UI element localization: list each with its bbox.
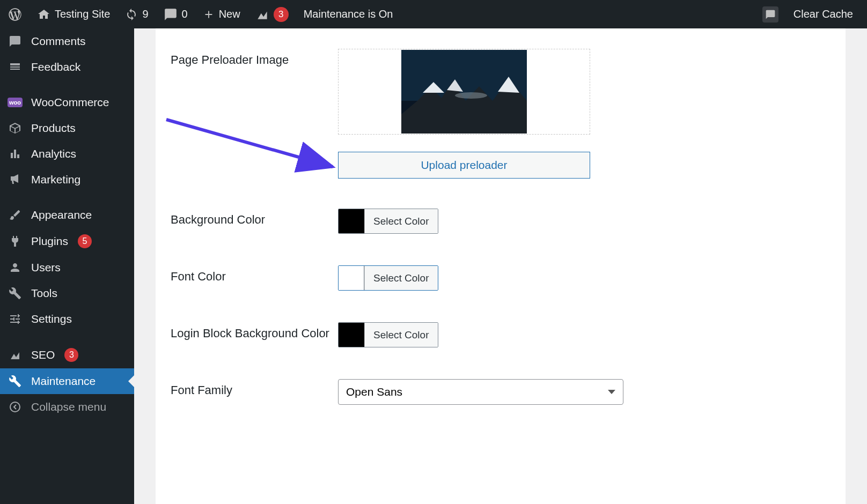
clear-cache-link[interactable]: Clear Cache bbox=[786, 0, 861, 28]
sidebar-item-label: Settings bbox=[31, 313, 72, 325]
sidebar-item-maintenance[interactable]: Maintenance bbox=[0, 368, 134, 394]
label-font-color: Font Color bbox=[171, 265, 338, 285]
maintenance-label: Maintenance is On bbox=[304, 8, 393, 20]
yoast-badge: 3 bbox=[274, 7, 289, 22]
label-login-bg-color: Login Block Background Color bbox=[171, 322, 338, 342]
login-bg-select-color-button[interactable]: Select Color bbox=[364, 323, 438, 347]
sliders-icon bbox=[9, 313, 21, 325]
plug-icon bbox=[9, 235, 21, 248]
updates-count: 9 bbox=[142, 8, 148, 20]
sidebar-item-feedback[interactable]: Feedback bbox=[0, 54, 134, 80]
comment-square-icon bbox=[765, 9, 776, 20]
mountain-image-icon bbox=[401, 50, 527, 134]
collapse-menu[interactable]: Collapse menu bbox=[0, 394, 134, 420]
chart-icon bbox=[9, 147, 21, 160]
sidebar-item-label: Comments bbox=[31, 35, 86, 48]
sidebar-item-users[interactable]: Users bbox=[0, 255, 134, 280]
sidebar-item-label: Analytics bbox=[31, 147, 76, 160]
seo-badge: 3 bbox=[64, 348, 78, 362]
settings-card: Page Preloader Image bbox=[156, 28, 846, 504]
box-icon bbox=[9, 122, 21, 135]
font-color-picker: Select Color bbox=[338, 265, 438, 291]
plus-icon bbox=[203, 9, 215, 20]
yoast-link[interactable]: 3 bbox=[248, 0, 296, 28]
sidebar-item-label: Maintenance bbox=[31, 375, 95, 388]
wp-logo[interactable] bbox=[0, 0, 30, 28]
wordpress-icon bbox=[8, 7, 23, 22]
clear-cache-label: Clear Cache bbox=[793, 8, 853, 20]
wrench-icon bbox=[9, 375, 21, 388]
form-icon bbox=[9, 61, 21, 73]
new-label: New bbox=[219, 8, 240, 20]
upload-preloader-button[interactable]: Upload preloader bbox=[338, 152, 590, 179]
preloader-thumbnail[interactable] bbox=[401, 50, 527, 134]
admin-toolbar: Testing Site 9 0 New 3 Maintenance is On… bbox=[0, 0, 867, 28]
comments-link[interactable]: 0 bbox=[156, 0, 195, 28]
woocommerce-icon: woo bbox=[8, 98, 23, 107]
user-icon bbox=[9, 261, 21, 274]
login-bg-color-swatch[interactable] bbox=[339, 323, 364, 347]
content-area: Page Preloader Image bbox=[134, 28, 867, 504]
wrench-icon bbox=[9, 287, 21, 300]
row-login-bg-color: Login Block Background Color Select Colo… bbox=[171, 322, 831, 349]
sidebar-item-marketing[interactable]: Marketing bbox=[0, 167, 134, 192]
sidebar-item-label: Tools bbox=[31, 287, 57, 300]
site-title-text: Testing Site bbox=[55, 8, 110, 20]
row-preloader: Page Preloader Image bbox=[171, 49, 831, 179]
font-select-color-button[interactable]: Select Color bbox=[364, 266, 438, 290]
bg-color-swatch[interactable] bbox=[339, 209, 364, 233]
label-preloader: Page Preloader Image bbox=[171, 49, 338, 69]
comments-count: 0 bbox=[182, 8, 188, 20]
refresh-icon bbox=[125, 8, 138, 21]
svg-point-7 bbox=[455, 92, 487, 99]
sidebar-item-label: Marketing bbox=[31, 173, 80, 186]
font-color-swatch[interactable] bbox=[339, 266, 364, 290]
plugins-badge: 5 bbox=[78, 234, 92, 248]
maintenance-link[interactable]: Maintenance is On bbox=[296, 0, 401, 28]
yoast-icon bbox=[255, 8, 269, 21]
sidebar-item-woocommerce[interactable]: woo WooCommerce bbox=[0, 90, 134, 115]
sidebar-item-label: Users bbox=[31, 261, 61, 274]
new-content-link[interactable]: New bbox=[195, 0, 248, 28]
login-bg-color-picker: Select Color bbox=[338, 322, 438, 347]
row-bg-color: Background Color Select Color bbox=[171, 209, 831, 235]
caret-down-icon bbox=[608, 390, 615, 394]
comment-icon bbox=[9, 35, 21, 48]
sidebar-item-label: Feedback bbox=[31, 61, 80, 73]
sidebar-item-label: Appearance bbox=[31, 209, 92, 221]
sidebar-item-seo[interactable]: SEO 3 bbox=[0, 342, 134, 368]
sidebar-item-label: Plugins bbox=[31, 235, 68, 248]
preloader-image-well bbox=[338, 49, 590, 135]
comment-icon bbox=[164, 8, 178, 21]
sidebar-item-label: Products bbox=[31, 122, 76, 135]
collapse-icon bbox=[9, 401, 21, 413]
updates-link[interactable]: 9 bbox=[117, 0, 156, 28]
font-family-select[interactable]: Open Sans bbox=[338, 379, 623, 405]
comments-square[interactable] bbox=[755, 0, 786, 28]
site-title-link[interactable]: Testing Site bbox=[30, 0, 117, 28]
font-family-value: Open Sans bbox=[346, 386, 402, 398]
sidebar-item-tools[interactable]: Tools bbox=[0, 280, 134, 306]
row-font-color: Font Color Select Color bbox=[171, 265, 831, 292]
svg-point-0 bbox=[10, 402, 20, 412]
sidebar-item-label: Collapse menu bbox=[31, 401, 106, 413]
sidebar-item-settings[interactable]: Settings bbox=[0, 306, 134, 332]
yoast-icon bbox=[9, 349, 21, 361]
bg-color-picker: Select Color bbox=[338, 209, 438, 234]
admin-sidebar: Comments Feedback woo WooCommerce Produc… bbox=[0, 28, 134, 504]
label-font-family: Font Family bbox=[171, 379, 338, 399]
row-font-family: Font Family Open Sans bbox=[171, 379, 831, 405]
sidebar-item-analytics[interactable]: Analytics bbox=[0, 141, 134, 167]
sidebar-item-products[interactable]: Products bbox=[0, 115, 134, 141]
home-icon bbox=[38, 8, 50, 21]
sidebar-item-label: WooCommerce bbox=[31, 96, 109, 109]
label-bg-color: Background Color bbox=[171, 209, 338, 228]
sidebar-item-comments[interactable]: Comments bbox=[0, 28, 134, 54]
brush-icon bbox=[9, 209, 21, 221]
sidebar-item-appearance[interactable]: Appearance bbox=[0, 202, 134, 228]
sidebar-item-plugins[interactable]: Plugins 5 bbox=[0, 228, 134, 255]
bg-select-color-button[interactable]: Select Color bbox=[364, 209, 438, 233]
megaphone-icon bbox=[9, 173, 21, 186]
sidebar-item-label: SEO bbox=[31, 349, 55, 361]
